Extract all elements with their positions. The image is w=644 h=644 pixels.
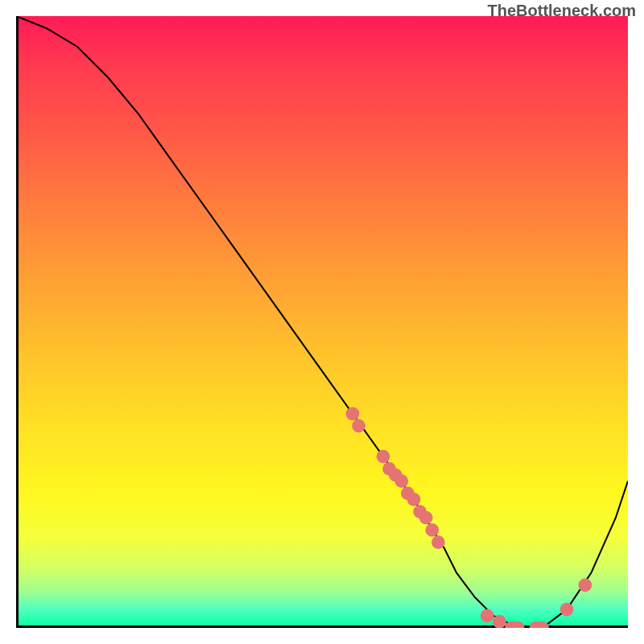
watermark-text: TheBottleneck.com [488, 2, 636, 20]
data-point [425, 523, 439, 537]
data-point [394, 474, 408, 488]
data-point [346, 407, 360, 421]
chart-svg [16, 16, 628, 628]
data-point [578, 578, 592, 592]
data-point [481, 609, 494, 622]
data-point [493, 615, 506, 628]
data-points-group [346, 407, 592, 628]
chart-plot-area [16, 16, 628, 628]
data-point [377, 450, 390, 464]
data-point [560, 603, 574, 617]
bottleneck-curve-line [16, 16, 628, 628]
data-point [419, 511, 433, 525]
data-point [431, 535, 445, 549]
data-point [352, 419, 365, 433]
data-point [407, 493, 421, 506]
